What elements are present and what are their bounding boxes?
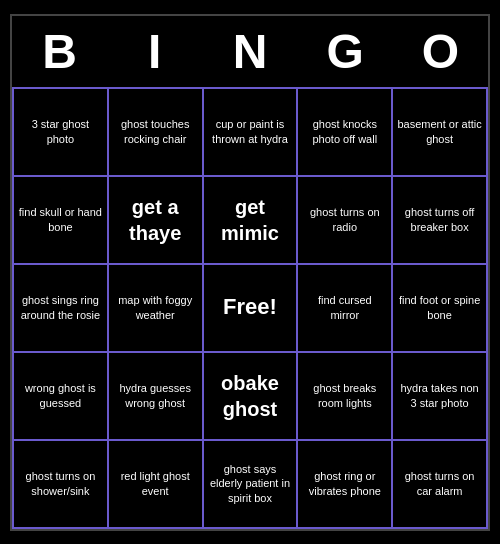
bingo-cell-12[interactable]: Free! [204,265,299,353]
bingo-cell-1[interactable]: ghost touches rocking chair [109,89,204,177]
bingo-letter-g: G [298,16,393,87]
bingo-cell-16[interactable]: hydra guesses wrong ghost [109,353,204,441]
bingo-cell-5[interactable]: find skull or hand bone [14,177,109,265]
bingo-cell-19[interactable]: hydra takes non 3 star photo [393,353,488,441]
bingo-letter-i: I [107,16,202,87]
bingo-cell-10[interactable]: ghost sings ring around the rosie [14,265,109,353]
bingo-cell-20[interactable]: ghost turns on shower/sink [14,441,109,529]
bingo-cell-9[interactable]: ghost turns off breaker box [393,177,488,265]
bingo-cell-7[interactable]: get mimic [204,177,299,265]
bingo-cell-2[interactable]: cup or paint is thrown at hydra [204,89,299,177]
bingo-cell-17[interactable]: obake ghost [204,353,299,441]
bingo-cell-21[interactable]: red light ghost event [109,441,204,529]
bingo-cell-11[interactable]: map with foggy weather [109,265,204,353]
bingo-cell-24[interactable]: ghost turns on car alarm [393,441,488,529]
bingo-grid: 3 star ghost photoghost touches rocking … [12,87,488,529]
bingo-cell-0[interactable]: 3 star ghost photo [14,89,109,177]
bingo-cell-22[interactable]: ghost says elderly patient in spirit box [204,441,299,529]
bingo-letter-n: N [202,16,297,87]
bingo-cell-15[interactable]: wrong ghost is guessed [14,353,109,441]
bingo-header: BINGO [12,16,488,87]
bingo-cell-13[interactable]: find cursed mirror [298,265,393,353]
bingo-cell-8[interactable]: ghost turns on radio [298,177,393,265]
bingo-cell-14[interactable]: find foot or spine bone [393,265,488,353]
bingo-cell-6[interactable]: get a thaye [109,177,204,265]
bingo-cell-18[interactable]: ghost breaks room lights [298,353,393,441]
bingo-cell-23[interactable]: ghost ring or vibrates phone [298,441,393,529]
bingo-letter-b: B [12,16,107,87]
bingo-cell-3[interactable]: ghost knocks photo off wall [298,89,393,177]
bingo-cell-4[interactable]: basement or attic ghost [393,89,488,177]
bingo-letter-o: O [393,16,488,87]
bingo-card: BINGO 3 star ghost photoghost touches ro… [10,14,490,531]
